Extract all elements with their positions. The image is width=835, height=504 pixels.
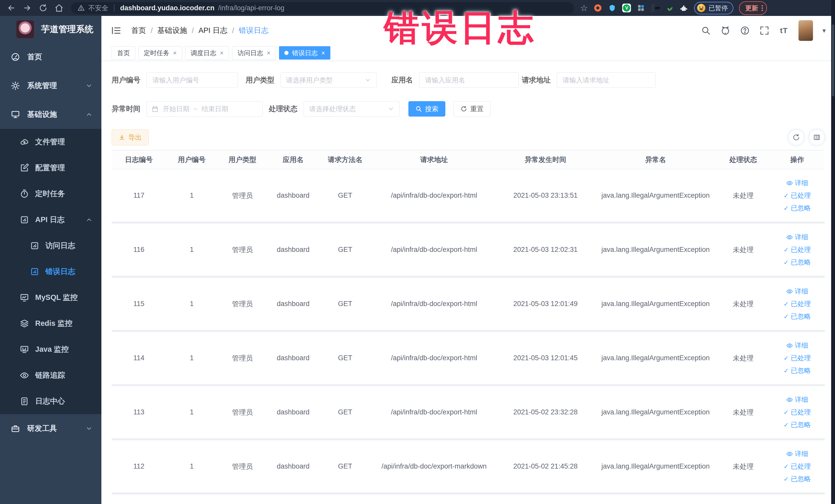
tab-schedule-log[interactable]: 调度日志× [185,46,229,60]
sidebar-item-api-log[interactable]: API 日志 [0,207,101,233]
tab-scheduled-jobs[interactable]: 定时任务× [138,46,182,60]
start-date-placeholder: 开始日期 [163,104,189,114]
forward-icon[interactable] [21,2,34,14]
sidebar-toggle-icon[interactable] [110,25,121,36]
cell-user-id: 1 [166,462,218,470]
sidebar-logo[interactable]: 芋道管理系统 [0,16,101,43]
reload-icon[interactable] [37,2,50,14]
detail-link[interactable]: 详细 [786,287,808,296]
close-icon[interactable]: × [267,50,270,56]
extension-v-icon[interactable]: V [622,4,631,12]
user-type-select[interactable]: 请选择用户类型 [281,73,376,88]
paused-label: 已暂停 [709,4,728,12]
mark-ignored-link[interactable]: ✓ 已忽略 [783,366,811,375]
cell-user-id: 1 [166,191,218,200]
browser-menu-icon[interactable] [761,5,763,11]
mark-processed-link[interactable]: ✓ 已处理 [783,462,811,471]
detail-link[interactable]: 详细 [786,395,808,404]
breadcrumb-infra[interactable]: 基础设施 [157,25,187,36]
github-icon[interactable] [720,25,731,36]
detail-link[interactable]: 详细 [786,178,808,187]
date-range-picker[interactable]: 开始日期 ~ 结束日期 [147,101,263,117]
app-name-input[interactable] [419,73,519,88]
reset-button[interactable]: 重置 [453,101,490,117]
breadcrumb-api-log[interactable]: API 日志 [199,25,227,36]
address-bar[interactable]: 不安全 dashboard.yudao.iocoder.cn /infra/lo… [71,2,574,14]
update-button[interactable]: 更新 [739,1,767,15]
sidebar-item-system[interactable]: 系统管理 [0,72,101,100]
breadcrumb-home[interactable]: 首页 [131,25,146,36]
export-button[interactable]: 导出 [111,129,149,145]
sidebar-item-redis-monitor[interactable]: Redis 监控 [0,310,101,336]
mark-ignored-link[interactable]: ✓ 已忽略 [783,204,811,213]
trace-icon [20,371,29,380]
close-icon[interactable]: × [321,50,325,56]
app-name-label: 应用名 [391,75,413,85]
mark-processed-link[interactable]: ✓ 已处理 [783,408,811,417]
extension-shield-icon[interactable] [608,4,616,12]
sidebar-item-trace[interactable]: 链路追踪 [0,362,101,388]
cell-request-url: /api/infra/db-doc/export-html [371,354,497,362]
search-icon[interactable] [701,25,711,36]
user-id-input[interactable] [147,73,238,88]
security-label[interactable]: 不安全 [88,4,108,13]
home-icon [11,53,20,62]
home-icon[interactable] [53,2,66,14]
mark-ignored-link[interactable]: ✓ 已忽略 [783,475,811,483]
detail-link[interactable]: 详细 [786,233,808,242]
cell-user-type: 管理员 [218,462,267,471]
extension-donut-icon[interactable] [593,4,602,12]
extensions-puzzle-icon[interactable] [680,4,688,12]
sidebar-item-infra[interactable]: 基础设施 [0,100,101,129]
tab-error-log[interactable]: 错误日志× [279,46,331,60]
tab-access-log[interactable]: 访问日志× [232,46,276,60]
sidebar-item-access-log[interactable]: 访问日志 [0,233,101,259]
extension-grid-icon[interactable] [636,4,645,12]
column-settings-button[interactable] [809,129,825,145]
font-size-icon[interactable]: tT [779,25,789,36]
sidebar-item-home[interactable]: 首页 [0,43,101,72]
bookmark-star-icon[interactable]: ☆ [580,4,588,12]
request-url-input[interactable] [557,73,656,88]
cell-log-id: 112 [111,462,166,470]
cell-app-name: dashboard [267,300,319,308]
sidebar-item-mysql-monitor[interactable]: MySQL 监控 [0,284,101,310]
close-icon[interactable]: × [173,50,177,56]
fullscreen-icon[interactable] [759,25,770,36]
detail-link[interactable]: 详细 [786,449,808,458]
sidebar-item-dev-tools[interactable]: 研发工具 [0,414,101,443]
avatar[interactable] [798,20,813,41]
mark-processed-link[interactable]: ✓ 已处理 [783,354,811,363]
config-icon [20,163,29,173]
sidebar-item-file-manage[interactable]: 文件管理 [0,129,101,155]
avatar-caret-icon[interactable]: ▾ [822,27,826,35]
refresh-icon [792,134,800,141]
extension-leaf-icon[interactable] [665,4,674,12]
refresh-button[interactable] [788,129,804,145]
check-icon: ✓ [783,205,789,212]
mark-ignored-link[interactable]: ✓ 已忽略 [783,420,811,429]
mark-ignored-link[interactable]: ✓ 已忽略 [783,312,811,321]
mark-processed-link[interactable]: ✓ 已处理 [783,299,811,308]
sidebar-item-scheduled-jobs[interactable]: 定时任务 [0,181,101,207]
scrollbar-thumb[interactable] [832,24,834,96]
sidebar-item-error-log[interactable]: 错误日志 [0,259,101,284]
process-status-select[interactable]: 请选择处理状态 [304,101,400,117]
mark-ignored-link[interactable]: ✓ 已忽略 [783,258,811,267]
tags-view-bar: 首页 定时任务× 调度日志× 访问日志× 错误日志× [101,45,835,61]
paused-badge[interactable]: 已暂停 [694,2,733,14]
mark-processed-link[interactable]: ✓ 已处理 [783,245,811,254]
search-button[interactable]: 搜索 [408,101,445,117]
detail-link[interactable]: 详细 [786,341,808,350]
back-icon[interactable] [5,2,18,14]
sidebar-item-java-monitor[interactable]: Java 监控 [0,336,101,362]
sidebar-item-config-manage[interactable]: 配置管理 [0,155,101,181]
scrollbar[interactable] [831,0,835,504]
user-id-label: 用户编号 [111,75,140,85]
mark-processed-link[interactable]: ✓ 已处理 [783,191,811,200]
tab-home[interactable]: 首页 [111,46,135,60]
sidebar-item-log-center[interactable]: 日志中心 [0,388,101,414]
close-icon[interactable]: × [220,50,224,56]
help-icon[interactable] [740,25,750,36]
extension-on-icon[interactable]: on [651,4,660,12]
